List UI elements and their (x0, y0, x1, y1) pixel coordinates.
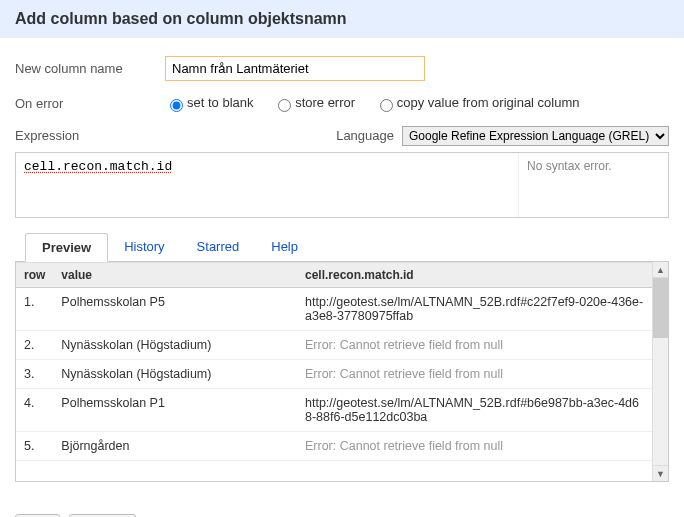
scroll-up-icon[interactable]: ▲ (653, 262, 668, 278)
row-number: 1. (16, 287, 53, 330)
row-number: 5. (16, 431, 53, 460)
language-select[interactable]: Google Refine Expression Language (GREL) (402, 126, 669, 146)
row-value: Polhemsskolan P5 (53, 287, 297, 330)
expression-status: No syntax error. (518, 153, 668, 217)
row-number: 4. (16, 388, 53, 431)
dialog-footer: OK Cancel (0, 504, 684, 517)
row-result: Error: Cannot retrieve field from null (297, 330, 652, 359)
table-row: 2.Nynässkolan (Högstadium)Error: Cannot … (16, 330, 652, 359)
dialog-title: Add column based on column objektsnamn (15, 10, 347, 27)
col-row: row (16, 262, 53, 287)
row-number: 2. (16, 330, 53, 359)
expression-label: Expression (15, 128, 165, 143)
on-error-copy-option[interactable]: copy value from original column (375, 95, 580, 110)
cancel-button[interactable]: Cancel (69, 514, 135, 517)
on-error-store-radio[interactable] (278, 99, 291, 112)
row-value: Nynässkolan (Högstadium) (53, 359, 297, 388)
tab-starred[interactable]: Starred (181, 233, 256, 262)
col-result: cell.recon.match.id (297, 262, 652, 287)
expression-textarea[interactable] (16, 153, 518, 217)
row-result: Error: Cannot retrieve field from null (297, 431, 652, 460)
expression-box: No syntax error. (15, 152, 669, 218)
row-value: Nynässkolan (Högstadium) (53, 330, 297, 359)
preview-table: row value cell.recon.match.id 1.Polhemss… (16, 262, 652, 461)
new-column-input[interactable] (165, 56, 425, 81)
row-number: 3. (16, 359, 53, 388)
table-row: 1.Polhemsskolan P5http://geotest.se/lm/A… (16, 287, 652, 330)
table-row: 5.BjörngårdenError: Cannot retrieve fiel… (16, 431, 652, 460)
language-label: Language (336, 128, 394, 143)
on-error-label: On error (15, 96, 165, 111)
row-value: Björngården (53, 431, 297, 460)
table-row: 4.Polhemsskolan P1http://geotest.se/lm/A… (16, 388, 652, 431)
tab-preview[interactable]: Preview (25, 233, 108, 262)
table-row: 3.Nynässkolan (Högstadium)Error: Cannot … (16, 359, 652, 388)
preview-panel: row value cell.recon.match.id 1.Polhemss… (15, 262, 669, 482)
col-value: value (53, 262, 297, 287)
row-result: Error: Cannot retrieve field from null (297, 359, 652, 388)
new-column-label: New column name (15, 61, 165, 76)
tabs: Preview History Starred Help (15, 232, 669, 262)
tab-history[interactable]: History (108, 233, 180, 262)
row-result: http://geotest.se/lm/ALTNAMN_52B.rdf#c22… (297, 287, 652, 330)
on-error-blank-option[interactable]: set to blank (165, 95, 254, 110)
form-area: New column name On error set to blank st… (0, 38, 684, 504)
dialog-header: Add column based on column objektsnamn (0, 0, 684, 38)
tab-help[interactable]: Help (255, 233, 314, 262)
row-result: http://geotest.se/lm/ALTNAMN_52B.rdf#b6e… (297, 388, 652, 431)
on-error-group: set to blank store error copy value from… (165, 95, 596, 112)
scroll-down-icon[interactable]: ▼ (653, 465, 668, 481)
on-error-blank-radio[interactable] (170, 99, 183, 112)
row-value: Polhemsskolan P1 (53, 388, 297, 431)
ok-button[interactable]: OK (15, 514, 60, 517)
scroll-thumb[interactable] (653, 278, 668, 338)
on-error-store-option[interactable]: store error (273, 95, 355, 110)
preview-scrollbar[interactable]: ▲ ▼ (652, 262, 668, 481)
on-error-copy-radio[interactable] (380, 99, 393, 112)
